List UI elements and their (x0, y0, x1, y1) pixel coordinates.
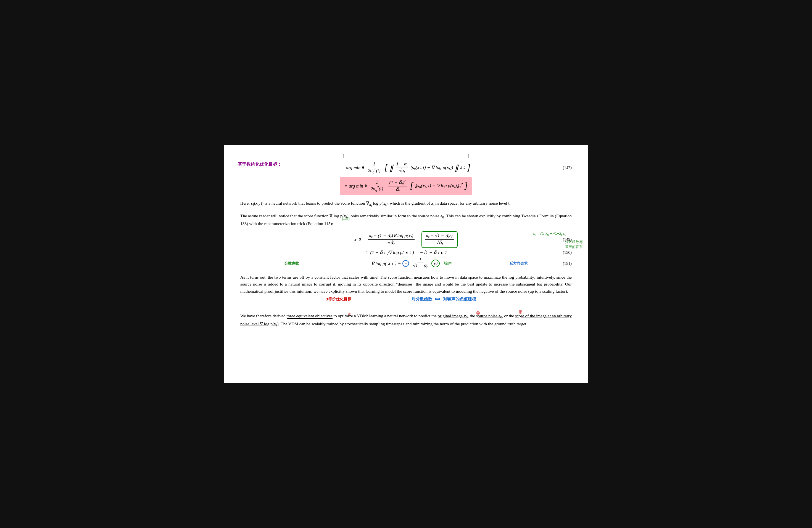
annotation-fenshu: 分数也数 (285, 261, 299, 266)
eq-number-150: (150) (563, 250, 572, 255)
paragraph-1: Here, sθ(xt, t) is a neural network that… (240, 200, 572, 208)
equation-150: ∴ (1 − ᾱt)∇ log p(xt) = −√1 − ᾱt ε0 (150… (240, 250, 572, 255)
equation-148: 基于数约化优化目标： = arg min θ 1 2σq2(t) (1 − ᾱt… (240, 177, 572, 195)
annotation-score-equiv: 对分数函数 ⟺ 对噪声的负值建模 (411, 296, 476, 303)
paragraph-4: We have therefore derived three equivale… (240, 312, 572, 328)
eq-number-149: (149) (563, 237, 572, 242)
eq-number-151: (151) (563, 261, 572, 266)
annotation-fanfang: 反方向去求 (510, 261, 527, 266)
annotation-purple-1: 基于数约化优化目标： (237, 162, 282, 167)
annotation-3objectives: 3等价优化目标 (326, 296, 351, 303)
equation-149: x0 = xt + (1 − ᾱt)∇ log p(xt) √ᾱt = xt −… (240, 231, 572, 248)
equation-151: 分数也数 ∇ log p(xt) = − 1 √1 − ᾱt ε0 噪声 反方向… (240, 257, 572, 269)
paragraph-2: The astute reader will notice that the s… (240, 212, 572, 227)
equation-147: = arg min θ 1 2σq2(t) [ ‖ 1 − αt √αt (sθ… (240, 161, 572, 175)
eq-number-147: (147) (563, 165, 572, 170)
paragraph-3: As it turns out, the two terms are off b… (240, 274, 572, 295)
page-container: [ ] = arg min θ 1 2σq2(t) [ (224, 145, 588, 383)
